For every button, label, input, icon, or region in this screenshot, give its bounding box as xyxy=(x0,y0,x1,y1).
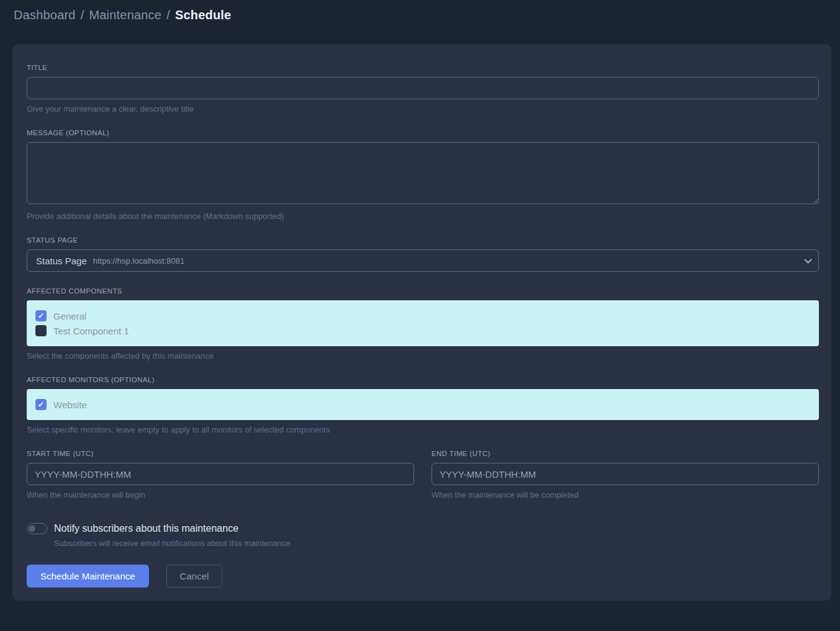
chevron-down-icon xyxy=(804,256,812,264)
checkbox-general[interactable]: ✓ xyxy=(35,310,47,321)
message-helper-text: Provide additional details about the mai… xyxy=(27,212,819,221)
form-actions: Schedule Maintenance Cancel xyxy=(27,565,819,588)
affected-components-field: AFFECTED COMPONENTS ✓ General ✓ Test Com… xyxy=(27,287,819,360)
message-label: MESSAGE (OPTIONAL) xyxy=(27,129,819,136)
breadcrumb-maintenance[interactable]: Maintenance xyxy=(89,8,161,22)
checkbox-test-component-1[interactable]: ✓ xyxy=(35,325,47,336)
check-icon: ✓ xyxy=(38,401,44,408)
message-textarea[interactable] xyxy=(27,142,819,204)
title-helper-text: Give your maintenance a clear, descripti… xyxy=(27,104,819,114)
affected-monitors-field: AFFECTED MONITORS (OPTIONAL) ✓ Website S… xyxy=(27,376,819,434)
affected-monitors-group: ✓ Website xyxy=(27,389,819,420)
breadcrumb: Dashboard/Maintenance/Schedule xyxy=(0,0,840,29)
notify-subscribers-field: Notify subscribers about this maintenanc… xyxy=(27,523,819,548)
message-field: MESSAGE (OPTIONAL) Provide additional de… xyxy=(27,129,819,221)
start-time-helper-text: When the maintenance will begin xyxy=(27,490,414,499)
checkbox-website[interactable]: ✓ xyxy=(35,399,47,410)
status-page-selected-name: Status Page xyxy=(36,256,87,266)
notify-subscribers-helper-text: Subscribers will receive email notificat… xyxy=(54,539,819,548)
title-input[interactable] xyxy=(27,77,819,99)
status-page-select[interactable]: Status Page https://hsp.localhost:8081 xyxy=(27,249,819,272)
monitor-option-label: Website xyxy=(53,400,87,410)
component-option-label: General xyxy=(53,311,86,321)
affected-components-helper-text: Select the components affected by this m… xyxy=(27,351,819,360)
title-field: TITLE Give your maintenance a clear, des… xyxy=(27,64,819,114)
affected-components-label: AFFECTED COMPONENTS xyxy=(27,287,819,295)
affected-monitors-helper-text: Select specific monitors; leave empty to… xyxy=(27,425,819,434)
toggle-knob xyxy=(29,526,35,532)
status-page-label: STATUS PAGE xyxy=(27,236,819,244)
breadcrumb-separator: / xyxy=(81,8,84,22)
breadcrumb-dashboard[interactable]: Dashboard xyxy=(14,8,76,22)
component-option-general[interactable]: ✓ General xyxy=(35,308,810,323)
notify-subscribers-toggle[interactable] xyxy=(27,523,47,534)
schedule-maintenance-form-card: TITLE Give your maintenance a clear, des… xyxy=(12,44,831,601)
notify-subscribers-label: Notify subscribers about this maintenanc… xyxy=(54,523,238,534)
end-time-input[interactable] xyxy=(431,463,819,485)
component-option-test-component-1[interactable]: ✓ Test Component 1 xyxy=(35,323,810,338)
time-range-row: START TIME (UTC) When the maintenance wi… xyxy=(27,450,819,499)
end-time-field: END TIME (UTC) When the maintenance will… xyxy=(431,450,819,499)
affected-monitors-label: AFFECTED MONITORS (OPTIONAL) xyxy=(27,376,819,383)
breadcrumb-current-schedule: Schedule xyxy=(175,8,232,22)
end-time-helper-text: When the maintenance will be completed xyxy=(431,490,819,499)
component-option-label: Test Component 1 xyxy=(53,326,129,336)
end-time-label: END TIME (UTC) xyxy=(431,450,819,457)
start-time-field: START TIME (UTC) When the maintenance wi… xyxy=(27,450,414,499)
affected-components-group: ✓ General ✓ Test Component 1 xyxy=(27,300,819,346)
cancel-button[interactable]: Cancel xyxy=(166,565,223,588)
status-page-selected-url: https://hsp.localhost:8081 xyxy=(93,256,184,266)
title-label: TITLE xyxy=(27,64,819,71)
monitor-option-website[interactable]: ✓ Website xyxy=(35,397,810,412)
start-time-input[interactable] xyxy=(27,463,414,485)
check-icon: ✓ xyxy=(38,312,44,320)
schedule-maintenance-button[interactable]: Schedule Maintenance xyxy=(27,565,149,588)
breadcrumb-separator: / xyxy=(166,8,170,22)
start-time-label: START TIME (UTC) xyxy=(27,450,414,457)
status-page-field: STATUS PAGE Status Page https://hsp.loca… xyxy=(27,236,819,272)
